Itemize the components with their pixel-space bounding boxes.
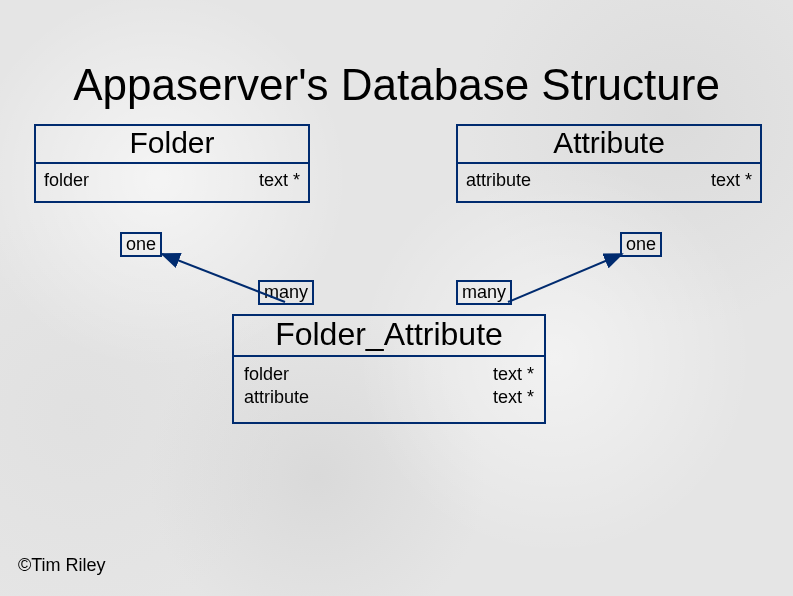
cardinality-one-right: one xyxy=(620,232,662,257)
entity-folder-attribute-fields: folder attribute xyxy=(244,363,309,408)
fa-type-1: text * xyxy=(493,386,534,409)
entity-folder-header: Folder xyxy=(36,126,308,164)
entity-folder-field: folder xyxy=(44,170,89,191)
entity-attribute: Attribute attribute text * xyxy=(456,124,762,203)
arrow-right xyxy=(508,254,622,302)
cardinality-many-left: many xyxy=(258,280,314,305)
entity-attribute-type: text * xyxy=(711,170,752,191)
fa-field-1: attribute xyxy=(244,386,309,409)
copyright: ©Tim Riley xyxy=(18,555,106,576)
entity-attribute-row: attribute text * xyxy=(458,164,760,201)
entity-folder-attribute-header: Folder_Attribute xyxy=(234,316,544,357)
diagram-title: Appaserver's Database Structure xyxy=(0,60,793,110)
entity-folder-type: text * xyxy=(259,170,300,191)
entity-attribute-header: Attribute xyxy=(458,126,760,164)
cardinality-many-right: many xyxy=(456,280,512,305)
entity-folder-attribute-types: text * text * xyxy=(493,363,534,408)
entity-folder-attribute: Folder_Attribute folder attribute text *… xyxy=(232,314,546,424)
fa-field-0: folder xyxy=(244,363,309,386)
entity-folder: Folder folder text * xyxy=(34,124,310,203)
entity-folder-attribute-body: folder attribute text * text * xyxy=(234,357,544,422)
entity-attribute-field: attribute xyxy=(466,170,531,191)
entity-folder-row: folder text * xyxy=(36,164,308,201)
fa-type-0: text * xyxy=(493,363,534,386)
cardinality-one-left: one xyxy=(120,232,162,257)
